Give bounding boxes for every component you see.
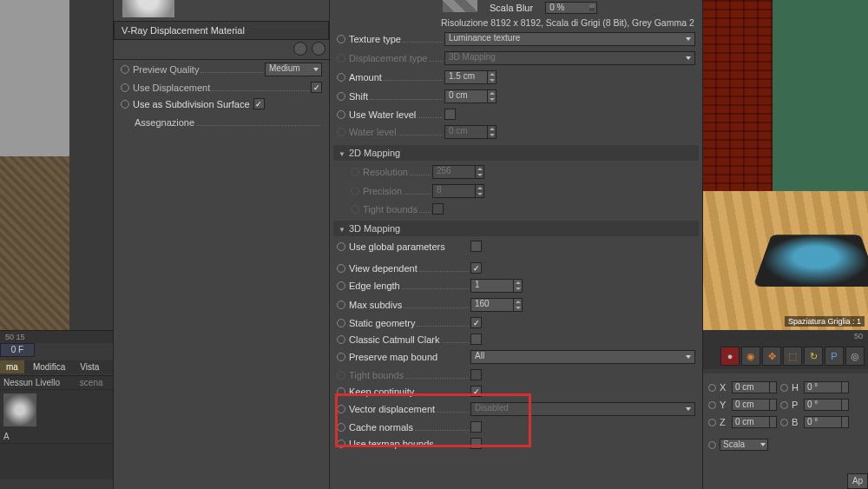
arrow-icon[interactable] [312, 42, 326, 56]
coord-x-field[interactable]: 0 cm [732, 381, 777, 393]
edge-length-field[interactable]: 1 [470, 279, 523, 293]
coord-x-label: X [720, 382, 728, 393]
scale-icon[interactable]: ⬚ [783, 347, 802, 366]
coord-h-field[interactable]: 0 ° [804, 381, 849, 393]
bullet-icon[interactable] [337, 73, 345, 82]
static-geometry-check[interactable] [470, 317, 482, 328]
bullet-icon[interactable] [121, 65, 129, 74]
bullet-icon[interactable] [337, 35, 345, 43]
material-name-field[interactable]: V-Ray Displacement Material [114, 21, 329, 40]
timeline-ruler-right[interactable]: 50 [703, 330, 868, 343]
texture-thumb-icon[interactable] [443, 0, 477, 12]
bullet-icon[interactable] [121, 83, 129, 92]
max-subdivs-label: Max subdivs [349, 300, 402, 310]
bullet-icon[interactable] [708, 401, 716, 409]
bullet-icon[interactable] [337, 335, 345, 344]
target-icon[interactable]: ◉ [741, 347, 760, 366]
coord-y-field[interactable]: 0 cm [732, 399, 777, 411]
bullet-icon[interactable] [121, 100, 129, 109]
use-global-check[interactable] [470, 241, 482, 252]
bullet-icon[interactable] [337, 439, 345, 448]
bullet-icon[interactable] [780, 419, 788, 426]
precision-row: Precision 8 [330, 182, 702, 201]
spinner-icon[interactable] [487, 90, 496, 102]
shift-field[interactable]: 0 cm [444, 89, 496, 103]
preserve-map-select[interactable]: All [470, 350, 695, 364]
displacement-settings-panel: Scala Blur 0 % Risoluzione 8192 x 8192, … [330, 0, 703, 489]
keep-continuity-check[interactable] [470, 386, 482, 397]
coordinates-panel: X 0 cm H 0 ° Y 0 cm P 0 ° Z 0 cm B 0 ° S… [703, 373, 868, 489]
bullet-icon[interactable] [780, 384, 788, 392]
resolution-label: Resolution [363, 167, 408, 177]
use-subdiv-check[interactable] [253, 98, 265, 109]
viewport-right[interactable]: Spaziatura Griglia : 1 [703, 0, 868, 330]
menu-modifica[interactable]: Modifica [27, 360, 71, 373]
vector-disp-select[interactable]: Disabled [470, 402, 695, 416]
view-dependent-check[interactable] [470, 262, 482, 274]
bullet-icon[interactable] [337, 319, 345, 327]
max-subdivs-row: Max subdivs 160 [330, 295, 702, 314]
list-row[interactable]: A [0, 430, 113, 444]
texture-type-select[interactable]: Luminance texture [444, 32, 695, 46]
timeline-ruler-left[interactable]: 50 15 [0, 330, 113, 343]
keep-continuity-row: Keep continuity [330, 383, 702, 400]
displacement-type-row: Displacement type 3D Mapping [330, 49, 702, 68]
bullet-icon[interactable] [337, 110, 345, 119]
viewport-left [0, 0, 69, 330]
coord-b-field[interactable]: 0 ° [804, 416, 849, 428]
extra-icon[interactable]: ◎ [845, 347, 865, 366]
section-2d-mapping[interactable]: 2D Mapping [333, 145, 699, 161]
picker-icon[interactable] [293, 42, 307, 56]
list-row[interactable]: Nessun Livello scena [0, 376, 113, 390]
viewport-brick-wall [703, 0, 773, 191]
catmull-check[interactable] [470, 334, 482, 345]
bullet-icon[interactable] [337, 405, 345, 413]
bullet-icon[interactable] [337, 301, 345, 309]
record-icon[interactable]: ● [720, 347, 740, 366]
timecode-field[interactable]: 0 F [0, 343, 35, 357]
params-icon[interactable]: P [825, 347, 844, 366]
material-properties-panel: V-Ray Displacement Material Preview Qual… [113, 0, 330, 489]
coord-z-field[interactable]: 0 cm [732, 416, 777, 428]
bullet-icon[interactable] [708, 441, 716, 449]
spinner-icon[interactable] [513, 280, 522, 292]
bullet-icon[interactable] [337, 387, 345, 396]
use-water-check[interactable] [444, 109, 456, 120]
amount-label: Amount [349, 72, 382, 83]
tight-bounds-3d-label: Tight bounds [349, 370, 404, 380]
bullet-icon[interactable] [337, 353, 345, 361]
bullet-icon [351, 205, 359, 214]
bullet-icon[interactable] [780, 401, 788, 409]
move-icon[interactable]: ✥ [762, 347, 781, 366]
spinner-icon[interactable] [487, 71, 496, 83]
section-3d-mapping[interactable]: 3D Mapping [333, 221, 699, 236]
rotate-icon[interactable]: ↻ [804, 347, 823, 366]
bullet-icon[interactable] [337, 264, 345, 273]
material-preview-thumb[interactable] [122, 0, 174, 17]
vector-disp-row: Vector displacement Disabled [330, 400, 702, 419]
scala-blur-field[interactable]: 0 % [545, 2, 597, 14]
bullet-icon[interactable] [337, 423, 345, 432]
use-displacement-label: Use Displacement [133, 83, 210, 93]
use-texmap-check[interactable] [470, 438, 482, 449]
menu-active[interactable]: ma [0, 360, 24, 373]
amount-field[interactable]: 1.5 cm [444, 70, 496, 84]
coord-p-field[interactable]: 0 ° [804, 399, 849, 411]
preview-quality-select[interactable]: Medium [265, 63, 322, 76]
spinner-icon[interactable] [513, 299, 522, 311]
material-thumb[interactable] [3, 393, 36, 426]
bullet-icon[interactable] [708, 419, 716, 426]
cache-normals-check[interactable] [470, 421, 482, 433]
bullet-icon[interactable] [337, 242, 345, 251]
tight-bounds-2d-row: Tight bounds [330, 201, 702, 217]
menu-vista[interactable]: Vista [74, 360, 105, 373]
bullet-icon[interactable] [337, 92, 345, 101]
use-subdiv-label: Use as Subdivision Surface [133, 99, 250, 109]
bullet-icon[interactable] [337, 281, 345, 290]
use-displacement-check[interactable] [311, 82, 322, 93]
bullet-icon[interactable] [708, 384, 716, 392]
preserve-map-row: Preserve map bound All [330, 347, 702, 367]
apply-button[interactable]: Ap [847, 473, 868, 489]
scala-select[interactable]: Scala [720, 439, 768, 451]
max-subdivs-field[interactable]: 160 [470, 298, 523, 312]
